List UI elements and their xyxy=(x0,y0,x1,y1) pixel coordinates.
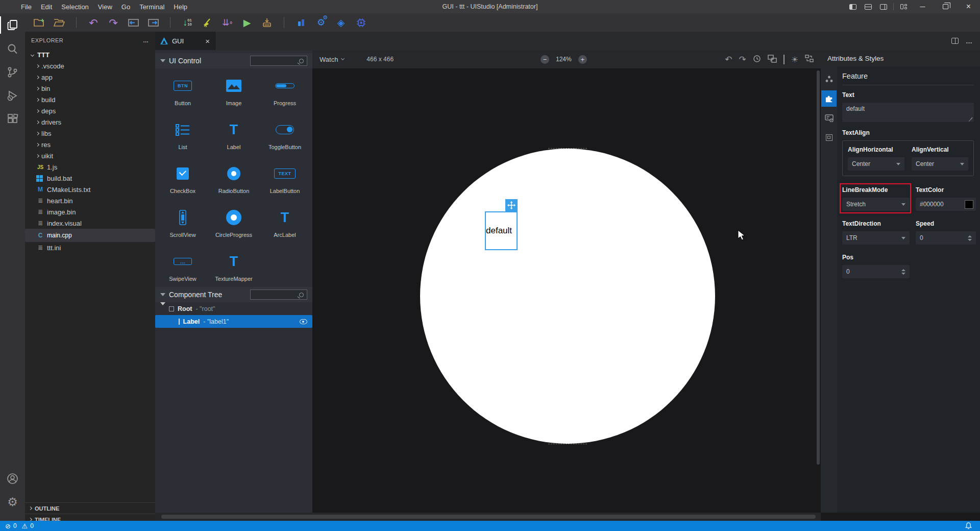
zoom-in-button[interactable]: + xyxy=(578,55,587,64)
tree-row-root[interactable]: Root- "root" xyxy=(155,302,312,315)
window-import-icon[interactable] xyxy=(127,16,139,29)
files-icon[interactable] xyxy=(0,13,25,37)
palette-item-image[interactable]: Image xyxy=(208,76,259,106)
tree-item-1-js[interactable]: JS1.js xyxy=(25,161,155,173)
menu-go[interactable]: Go xyxy=(117,3,135,11)
palette-item-circleprogress[interactable]: CircleProgress xyxy=(208,207,259,238)
scrollbar-thumb[interactable] xyxy=(161,515,816,519)
run-debug-icon[interactable] xyxy=(0,84,25,107)
editor-horizontal-scrollbar[interactable] xyxy=(155,513,821,521)
component-tree-search-input[interactable] xyxy=(251,292,299,298)
source-control-icon[interactable] xyxy=(0,60,25,84)
nodes-icon[interactable] xyxy=(821,71,837,87)
undo-icon[interactable]: ↶ xyxy=(87,16,100,29)
textdirection-select[interactable]: LTR xyxy=(842,231,910,245)
warnings-count[interactable]: 0 xyxy=(30,522,34,529)
menu-edit[interactable]: Edit xyxy=(36,3,57,11)
text-value-input[interactable]: default xyxy=(842,103,974,122)
tree-item-deps[interactable]: deps xyxy=(25,105,155,116)
palette-item-button[interactable]: BTNButton xyxy=(157,76,208,106)
palette-item-radiobutton[interactable]: RadioButton xyxy=(208,163,259,194)
gears-icon[interactable]: ⚙⚙ xyxy=(315,16,327,29)
watchface-canvas[interactable] xyxy=(420,149,715,444)
section-outline[interactable]: OUTLINE xyxy=(25,502,155,514)
visibility-eye-icon[interactable] xyxy=(300,319,307,324)
palette-item-arclabel[interactable]: TArcLabel xyxy=(259,207,310,238)
puzzle-icon[interactable] xyxy=(821,90,837,107)
clean-broom-icon[interactable] xyxy=(201,16,213,29)
new-folder-icon[interactable] xyxy=(33,16,45,29)
tree-item-CMakeLists-txt[interactable]: MCMakeLists.txt xyxy=(25,184,155,195)
canvas-vertical-scrollbar[interactable] xyxy=(817,70,820,465)
watch-preview-icon[interactable] xyxy=(753,55,761,64)
palette-item-scrollview[interactable]: ScrollView xyxy=(157,207,208,238)
diamond-icon[interactable]: ◈ xyxy=(335,16,347,29)
menu-help[interactable]: Help xyxy=(169,3,192,11)
selection-box-icon[interactable] xyxy=(783,55,785,64)
chip-icon[interactable] xyxy=(355,16,367,29)
linebreakmode-select[interactable]: Stretch xyxy=(842,198,910,211)
form-info-icon[interactable] xyxy=(821,110,837,126)
palette-item-label[interactable]: TLabel xyxy=(208,119,259,150)
layout-swap-icon[interactable] xyxy=(805,55,814,64)
palette-item-swipeview[interactable]: ...SwipeView xyxy=(157,251,208,282)
menu-terminal[interactable]: Terminal xyxy=(135,3,169,11)
redo-icon[interactable]: ↷ xyxy=(739,55,746,64)
tree-item-drivers[interactable]: drivers xyxy=(25,116,155,128)
pull-streams-icon[interactable]: ⇊0 xyxy=(221,16,233,29)
errors-count[interactable]: 0 xyxy=(13,522,17,529)
settings-gear-icon[interactable]: ⚙ xyxy=(0,490,25,514)
textcolor-input[interactable]: #000000 xyxy=(916,198,976,211)
tree-item-image-bin[interactable]: ≣image.bin xyxy=(25,206,155,218)
close-button[interactable]: × xyxy=(957,0,980,13)
brightness-icon[interactable]: ☀ xyxy=(791,55,798,64)
tree-item-app[interactable]: app xyxy=(25,71,155,83)
notifications-bell-icon[interactable] xyxy=(965,522,972,529)
warnings-icon[interactable]: ⚠ xyxy=(22,522,28,530)
layout-sidebar-right-icon[interactable] xyxy=(876,0,891,13)
errors-icon[interactable]: ⊘ xyxy=(5,522,11,530)
extensions-icon[interactable] xyxy=(0,107,25,131)
sort-numeric-icon[interactable]: ↓0110 xyxy=(181,16,193,29)
tree-item-index-visual[interactable]: ≣index.visual xyxy=(25,218,155,229)
zoom-out-button[interactable]: − xyxy=(541,55,549,64)
tree-item-build[interactable]: build xyxy=(25,94,155,105)
tree-item-main-cpp[interactable]: Cmain.cpp xyxy=(25,229,155,242)
minimize-button[interactable]: ─ xyxy=(911,0,934,13)
palette-item-labelbutton[interactable]: TEXTLabelButton xyxy=(259,163,310,194)
move-handle-icon[interactable] xyxy=(505,199,518,211)
editor-more-actions-icon[interactable]: … xyxy=(966,37,973,45)
tree-root-ttt[interactable]: TTT xyxy=(25,49,155,60)
tab-gui[interactable]: GUI × xyxy=(155,32,215,50)
customize-layout-icon[interactable] xyxy=(896,0,911,13)
tab-close-icon[interactable]: × xyxy=(205,37,210,45)
tree-item-build-bat[interactable]: build.bat xyxy=(25,173,155,184)
label-widget[interactable]: default xyxy=(485,211,518,250)
canvas-viewport[interactable]: default xyxy=(312,68,821,513)
deploy-box-icon[interactable] xyxy=(261,16,273,29)
stepper-icons[interactable] xyxy=(901,269,905,275)
ui-control-search-input[interactable] xyxy=(251,58,299,64)
tree-item-libs[interactable]: libs xyxy=(25,128,155,139)
redo-icon[interactable]: ↷ xyxy=(107,16,119,29)
palette-item-texturemapper[interactable]: TTextureMapper xyxy=(208,251,259,282)
watch-device-dropdown[interactable]: Watch xyxy=(320,56,344,63)
undo-icon[interactable]: ↶ xyxy=(725,55,732,64)
tree-row-label[interactable]: Label- "label1" xyxy=(155,315,312,328)
menu-selection[interactable]: Selection xyxy=(57,3,93,11)
open-folder-icon[interactable] xyxy=(53,16,65,29)
tree-item-ttt-ini[interactable]: ≣ttt.ini xyxy=(25,242,155,253)
stepper-icons[interactable] xyxy=(968,235,972,241)
account-icon[interactable] xyxy=(0,467,25,490)
tree-item-uikit[interactable]: uikit xyxy=(25,150,155,161)
tree-item--vscode[interactable]: .vscode xyxy=(25,60,155,71)
palette-item-list[interactable]: List xyxy=(157,119,208,150)
alignvertical-select[interactable]: Center xyxy=(912,157,968,171)
screen-link-icon[interactable] xyxy=(768,55,777,64)
window-export-icon[interactable] xyxy=(147,16,159,29)
bar-chart-icon[interactable] xyxy=(295,16,307,29)
color-swatch[interactable] xyxy=(965,200,973,209)
alignhorizontal-select[interactable]: Center xyxy=(848,157,904,171)
explorer-more-actions-icon[interactable]: … xyxy=(143,37,149,43)
component-tree-header[interactable]: Component Tree xyxy=(155,287,312,302)
